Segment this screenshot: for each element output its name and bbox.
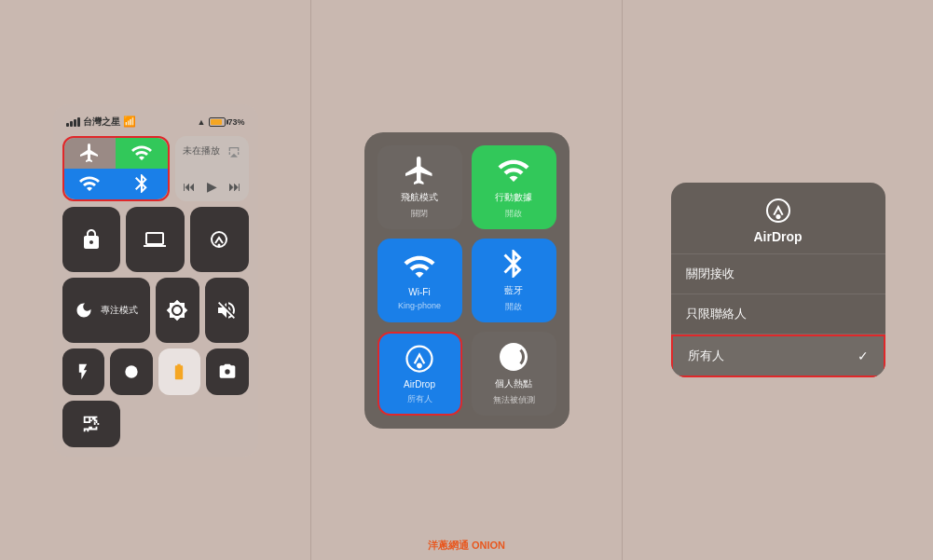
status-right: ▲ 73%	[198, 117, 245, 127]
control-center: 台灣之星 📶 ▲ 73%	[53, 104, 258, 457]
exp-airplane-label: 飛航模式	[401, 191, 438, 204]
exp-wifi-icon	[403, 250, 436, 283]
bar3	[74, 119, 76, 127]
exp-airdrop-sublabel: 所有人	[407, 393, 432, 405]
airdrop-header-icon	[763, 196, 793, 225]
flashlight-icon	[74, 362, 92, 381]
airdrop-toggle-small[interactable]	[190, 207, 249, 272]
qr-scanner-toggle[interactable]	[62, 401, 121, 447]
moon-icon	[75, 301, 93, 320]
airdrop-contacts-label: 只限聯絡人	[686, 306, 747, 322]
airdrop-menu-title: AirDrop	[753, 229, 802, 244]
exp-hotspot-label: 個人熱點	[495, 377, 532, 390]
screen-record-toggle[interactable]	[110, 348, 153, 395]
brightness-icon	[166, 299, 188, 321]
exp-bluetooth-sublabel: 開啟	[505, 301, 522, 313]
row-4	[62, 348, 249, 395]
exp-wifi-label: Wi-Fi	[408, 287, 430, 297]
exp-hotspot-sublabel: 無法被偵測	[493, 394, 535, 406]
sound-icon	[215, 299, 238, 321]
bluetooth-icon	[130, 172, 153, 195]
row-2	[62, 207, 249, 272]
row-5	[62, 401, 249, 447]
airdrop-menu: AirDrop 關閉接收 只限聯絡人 所有人 ✓	[671, 183, 885, 377]
wifi-toggle[interactable]	[64, 169, 117, 199]
airdrop-header: AirDrop	[671, 183, 885, 254]
exp-airplane-toggle[interactable]: 飛航模式 關閉	[377, 145, 462, 229]
status-bar: 台灣之星 📶 ▲ 73%	[62, 114, 249, 130]
brightness-slider[interactable]	[156, 278, 199, 343]
airdrop-off-label: 關閉接收	[686, 266, 734, 282]
exp-wifi-sublabel: King-phone	[398, 301, 441, 310]
exp-hotspot-toggle[interactable]: 個人熱點 無法被偵測	[472, 332, 556, 416]
focus-mode-toggle[interactable]: 專注模式	[62, 278, 150, 343]
exp-airplane-sublabel: 關閉	[411, 208, 428, 220]
watermark: 洋蔥網通 ONION	[428, 539, 505, 553]
battery-widget-icon	[170, 362, 188, 381]
camera-icon	[218, 362, 237, 381]
airdrop-option-contacts[interactable]: 只限聯絡人	[671, 294, 885, 335]
screen-mirror-toggle[interactable]	[126, 207, 185, 272]
wifi-status-icon: 📶	[123, 116, 136, 128]
mirror-icon	[144, 228, 166, 251]
mobile-icon	[130, 142, 153, 164]
airplane-icon	[78, 142, 101, 164]
airdrop-option-off[interactable]: 關閉接收	[671, 254, 885, 294]
airdrop-everyone-label: 所有人	[688, 348, 724, 364]
mobile-data-toggle[interactable]	[116, 138, 168, 169]
next-button[interactable]: ⏭	[228, 179, 241, 194]
svg-point-4	[418, 363, 421, 367]
selected-checkmark: ✓	[858, 348, 869, 363]
status-left: 台灣之星 📶	[66, 116, 136, 129]
battery-widget[interactable]	[158, 348, 201, 395]
exp-bluetooth-label: 藍牙	[504, 284, 523, 297]
camera-toggle[interactable]	[206, 348, 249, 395]
airplay-icon	[226, 143, 241, 158]
signal-bars	[66, 117, 80, 127]
airdrop-icon-small	[208, 228, 230, 251]
panel-1: 台灣之星 📶 ▲ 73%	[0, 0, 310, 560]
location-icon: ▲	[198, 117, 206, 127]
exp-airplane-icon	[403, 154, 436, 187]
exp-grid: 飛航模式 關閉 行動數據 開啟 Wi-Fi King-phone 藍牙 開啟	[377, 145, 556, 416]
top-row: 未在播放 ⏮ ▶ ⏭	[62, 136, 249, 201]
focus-label: 專注模式	[101, 304, 138, 317]
exp-wifi-toggle[interactable]: Wi-Fi King-phone	[377, 239, 462, 322]
expanded-control-center: 飛航模式 關閉 行動數據 開啟 Wi-Fi King-phone 藍牙 開啟	[364, 132, 569, 429]
record-icon	[122, 362, 141, 381]
connectivity-block[interactable]	[62, 136, 170, 201]
sound-toggle[interactable]	[205, 278, 249, 343]
bluetooth-toggle[interactable]	[116, 169, 168, 199]
prev-button[interactable]: ⏮	[183, 179, 196, 194]
exp-airdrop-label: AirDrop	[404, 379, 435, 389]
screen-lock-toggle[interactable]	[62, 207, 121, 272]
svg-point-1	[218, 243, 221, 246]
exp-hotspot-icon	[497, 340, 530, 374]
panel-3: AirDrop 關閉接收 只限聯絡人 所有人 ✓	[623, 0, 933, 560]
row-3: 專注模式	[62, 278, 249, 343]
airdrop-option-everyone[interactable]: 所有人 ✓	[671, 335, 885, 377]
watermark-text: 洋蔥網通	[428, 540, 469, 551]
battery: 73%	[209, 117, 244, 127]
exp-mobile-label: 行動數據	[495, 191, 532, 204]
battery-text: 73%	[227, 117, 244, 127]
exp-airdrop-toggle[interactable]: AirDrop 所有人	[377, 332, 462, 416]
lock-icon	[80, 228, 103, 251]
airplane-toggle[interactable]	[64, 138, 117, 169]
qr-icon	[81, 414, 102, 434]
exp-mobile-icon	[497, 154, 530, 187]
play-button[interactable]: ▶	[207, 179, 217, 194]
exp-bluetooth-toggle[interactable]: 藍牙 開啟	[472, 239, 556, 322]
exp-bluetooth-icon	[497, 247, 530, 280]
flashlight-toggle[interactable]	[62, 348, 105, 395]
media-title: 未在播放	[183, 144, 220, 157]
svg-point-2	[125, 365, 137, 377]
exp-mobile-toggle[interactable]: 行動數據 開啟	[472, 145, 556, 229]
watermark-brand: ONION	[472, 540, 505, 551]
svg-point-6	[776, 215, 779, 218]
wifi-icon	[78, 172, 101, 195]
bar2	[70, 121, 73, 127]
carrier-name: 台灣之星	[83, 116, 120, 129]
bar4	[77, 117, 80, 127]
exp-mobile-sublabel: 開啟	[505, 208, 522, 220]
